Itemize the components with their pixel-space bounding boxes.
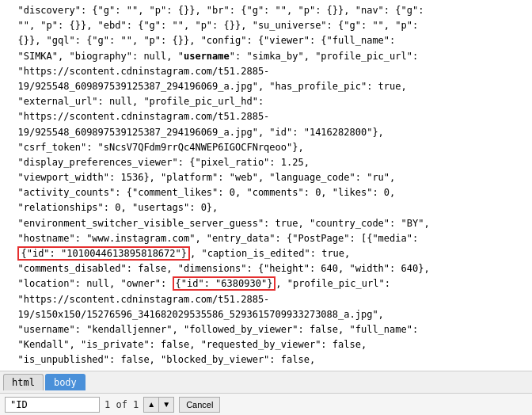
search-input[interactable] [5,397,100,413]
code-line-8: "https://scontent.cdninstagram.com/t51.2… [0,109,532,124]
post-id-highlight: {"id": "1010044613895818672"} [17,246,190,261]
code-line-12: "viewport_width": 1536}, "platform": "we… [0,170,532,185]
code-line-5: "https://scontent.cdninstagram.com/t51.2… [0,64,532,79]
code-line-9: 19/925548_609897539125387_294196069_a.jp… [0,125,532,140]
code-line-id: {"id": "1010044613895818672"}, "caption_… [0,246,532,261]
code-line-13: "activity_counts": {"comment_likes": 0, … [0,185,532,200]
code-line-2: "", "p": {}}, "ebd": {"g": "", "p": {}},… [0,18,532,33]
search-next-button[interactable]: ▼ [158,397,174,413]
code-line-20: "username": "kendalljenner", "followed_b… [0,322,532,337]
code-line-6: 19/925548_609897539125387_294196069_a.jp… [0,79,532,94]
code-line-19: 19/s150x150/15276596_341682029535586_529… [0,307,532,322]
code-line-1: "discovery": {"g": "", "p": {}}, "br": {… [0,3,532,18]
code-line-11: "display_preferences_viewer": {"pixel_ra… [0,155,532,170]
owner-id-highlight: {"id": "6380930"} [173,276,276,291]
code-line-7: "external_url": null, "profile_pic_url_h… [0,94,532,109]
code-line-17: "comments_disabled": false, "dimensions"… [0,261,532,276]
tab-bar: html body [0,371,532,393]
code-line-4: "SIMKA", "biography": null, "username": … [0,49,532,64]
code-view: "discovery": {"g": "", "p": {}}, "br": {… [0,0,532,371]
search-prev-button[interactable]: ▲ [143,397,158,413]
code-line-14: "relationships": 0, "usertags": 0}, [0,200,532,215]
code-line-21: "Kendall", "is_private": false, "request… [0,337,532,352]
search-count: 1 of 1 [104,399,139,410]
code-line-22: "is_unpublished": false, "blocked_by_vie… [0,352,532,367]
tab-html[interactable]: html [3,374,44,390]
code-line-10: "csrf_token": "sNcsV7QFdm9rrQc4NWEP6IGOC… [0,140,532,155]
code-line-3: {}}, "gql": {"g": "", "p": {}}, "config"… [0,33,532,48]
search-navigation: ▲ ▼ [143,397,174,413]
search-bar: 1 of 1 ▲ ▼ Cancel [0,393,532,415]
code-line-18: "https://scontent.cdninstagram.com/t51.2… [0,292,532,307]
code-line-15: "environment_switcher_visible_server_gue… [0,216,532,231]
search-cancel-button[interactable]: Cancel [179,397,220,413]
tab-body[interactable]: body [45,374,86,390]
code-line-owner: "location": null, "owner": {"id": "63809… [0,276,532,291]
code-line-16: "hostname": "www.instagram.com", "entry_… [0,231,532,246]
